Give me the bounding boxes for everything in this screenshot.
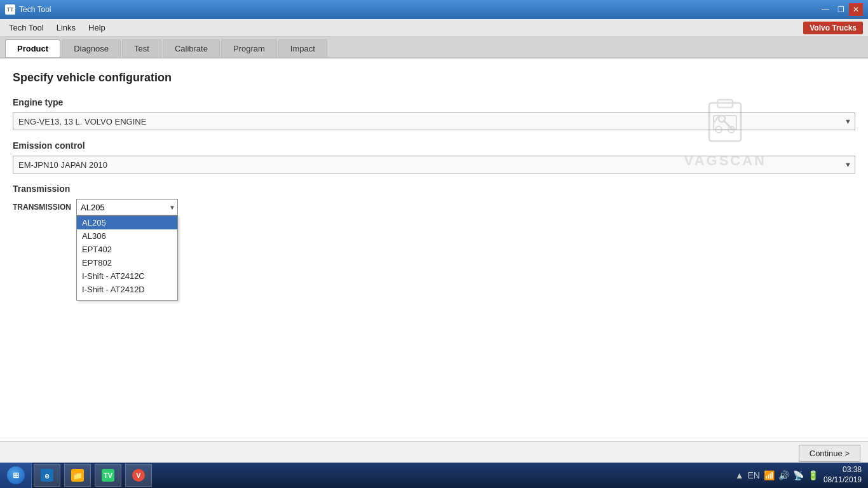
clock-date: 08/11/2019 [824,475,862,485]
volvo-trucks-badge: Volvo Trucks [803,22,863,34]
window-title: Tech Tool [19,5,51,14]
taskbar-app-ie[interactable]: e [34,464,60,487]
transmission-option-ept802[interactable]: EPT802 [77,256,177,269]
signal-icon: 📡 [793,470,804,480]
restore-button[interactable]: ❐ [834,3,848,16]
sys-tray: ▲ EN 📶 🔊 📡 🔋 [735,470,818,480]
system-clock[interactable]: 03:38 08/11/2019 [824,465,862,485]
tab-diagnose[interactable]: Diagnose [62,39,121,57]
tray-expand-icon[interactable]: ▲ [735,470,744,480]
transmission-field-label: TRANSMISSION [13,199,71,212]
transmission-option-ishift-at2412d[interactable]: I-Shift - AT2412D [77,283,177,296]
transmission-section-label: Transmission [13,184,855,194]
transmission-list-inner: AL205 AL306 EPT402 EPT802 I-Shift - AT24… [77,216,177,300]
continue-button[interactable]: Continue > [799,445,860,462]
emission-control-dropdown-wrapper: EM-JPN10 JAPAN 2010 ▼ [13,156,855,173]
emission-control-select[interactable]: EM-JPN10 JAPAN 2010 [13,156,855,173]
menu-links[interactable]: Links [50,20,82,35]
volume-icon[interactable]: 🔊 [778,470,789,480]
tab-impact[interactable]: Impact [278,39,327,57]
taskbar-app-volvo[interactable]: V [125,464,152,487]
transmission-option-al205[interactable]: AL205 [77,216,177,229]
clock-time: 03:38 [824,465,862,475]
menu-techtool[interactable]: Tech Tool [3,20,50,35]
volvo-app-icon: V [132,469,145,482]
page-title: Specify vehicle configuration [13,71,855,85]
engine-type-select[interactable]: ENG-VE13, 13 L. VOLVO ENGINE [13,112,855,130]
emission-control-label: Emission control [13,140,855,151]
battery-icon: 🔋 [808,470,818,480]
tab-calibrate[interactable]: Calibrate [163,39,220,57]
teamviewer-icon: TV [102,469,114,482]
minimize-button[interactable]: — [818,3,832,16]
start-button[interactable]: ⊞ [0,463,32,488]
app-icon: TT [5,4,15,15]
engine-type-label: Engine type [13,97,855,107]
taskbar-right: ▲ EN 📶 🔊 📡 🔋 03:38 08/11/2019 [729,465,868,485]
main-content: Specify vehicle configuration Engine typ… [0,58,868,441]
transmission-option-ishift-at2412c[interactable]: I-Shift - AT2412C [77,269,177,283]
transmission-option-ishift-at2412e[interactable]: I-Shift - AT2412E [77,296,177,300]
explorer-icon: 📁 [71,469,84,482]
tab-product[interactable]: Product [5,39,60,57]
transmission-option-ept402[interactable]: EPT402 [77,243,177,256]
menubar: Tech Tool Links Help Volvo Trucks [0,19,868,37]
transmission-select[interactable]: AL205 [76,199,178,215]
tab-program[interactable]: Program [221,39,277,57]
engine-type-dropdown-wrapper: ENG-VE13, 13 L. VOLVO ENGINE ▼ [13,112,855,130]
transmission-dropdown-wrapper: AL205 ▼ AL205 AL306 EPT402 EPT802 I-Shif… [76,199,178,215]
taskbar-left: ⊞ e 📁 TV V [0,463,154,488]
window-controls: — ❐ ✕ [818,3,863,16]
taskbar-app-explorer[interactable]: 📁 [64,464,91,487]
menubar-left: Tech Tool Links Help [3,20,112,35]
transmission-row: TRANSMISSION AL205 ▼ AL205 AL306 EPT402 … [13,199,855,215]
ie-icon: e [41,469,53,482]
close-button[interactable]: ✕ [849,3,863,16]
bottombar: Continue > [0,441,868,465]
lang-indicator[interactable]: EN [747,470,759,480]
menu-help[interactable]: Help [82,20,112,35]
network-icon: 📶 [764,470,775,480]
tabbar: Product Diagnose Test Calibrate Program … [0,37,868,58]
transmission-option-al306[interactable]: AL306 [77,229,177,243]
titlebar: TT Tech Tool — ❐ ✕ [0,0,868,19]
taskbar-app-teamviewer[interactable]: TV [95,464,121,487]
start-orb: ⊞ [7,466,25,484]
tab-test[interactable]: Test [122,39,161,57]
transmission-dropdown-list: AL205 AL306 EPT402 EPT802 I-Shift - AT24… [76,215,178,301]
taskbar: ⊞ e 📁 TV V ▲ EN 📶 🔊 📡 🔋 03:38 08/11/2019 [0,463,868,488]
titlebar-left: TT Tech Tool [5,4,51,15]
